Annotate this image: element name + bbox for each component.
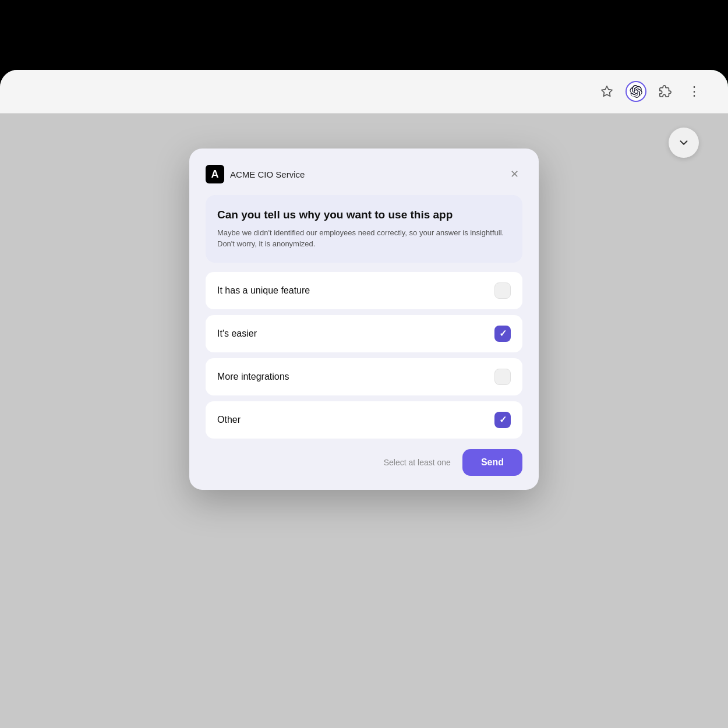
- option-label: More integrations: [217, 372, 289, 382]
- option-label: It has a unique feature: [217, 285, 310, 296]
- modal-footer: Select at least one Send: [206, 449, 522, 476]
- browser-frame: ⋮ A ACME CIO Service ✕: [0, 70, 728, 728]
- brand-logo: A: [206, 165, 224, 183]
- browser-content: A ACME CIO Service ✕ Can you tell us why…: [0, 114, 728, 728]
- extensions-icon[interactable]: [655, 81, 676, 102]
- brand-section: A ACME CIO Service: [206, 165, 305, 183]
- option-more-integrations[interactable]: More integrations: [206, 358, 522, 395]
- close-button[interactable]: ✕: [506, 166, 522, 182]
- survey-modal: A ACME CIO Service ✕ Can you tell us why…: [189, 149, 539, 490]
- question-section: Can you tell us why you want to use this…: [206, 195, 522, 263]
- brand-name: ACME CIO Service: [230, 169, 305, 179]
- checkbox-easier[interactable]: [494, 326, 511, 342]
- openai-extension-icon[interactable]: [625, 81, 646, 102]
- checkbox-unique-feature[interactable]: [494, 282, 511, 299]
- option-easier[interactable]: It's easier: [206, 315, 522, 352]
- collapse-button[interactable]: [669, 128, 699, 158]
- option-label: Other: [217, 415, 241, 425]
- option-label: It's easier: [217, 328, 257, 339]
- browser-chrome: ⋮: [0, 70, 728, 114]
- question-title: Can you tell us why you want to use this…: [217, 208, 511, 222]
- checkbox-other[interactable]: [494, 412, 511, 428]
- options-list: It has a unique feature It's easier More…: [206, 272, 522, 439]
- svg-marker-0: [602, 86, 612, 96]
- checkbox-more-integrations[interactable]: [494, 369, 511, 385]
- question-subtitle: Maybe we didn't identified our employees…: [217, 227, 511, 250]
- bookmark-icon[interactable]: [596, 81, 617, 102]
- option-unique-feature[interactable]: It has a unique feature: [206, 272, 522, 309]
- option-other[interactable]: Other: [206, 401, 522, 439]
- browser-toolbar: ⋮: [596, 81, 705, 102]
- more-options-icon[interactable]: ⋮: [684, 81, 705, 102]
- modal-header: A ACME CIO Service ✕: [206, 165, 522, 183]
- send-button[interactable]: Send: [462, 449, 522, 476]
- footer-hint: Select at least one: [384, 458, 451, 467]
